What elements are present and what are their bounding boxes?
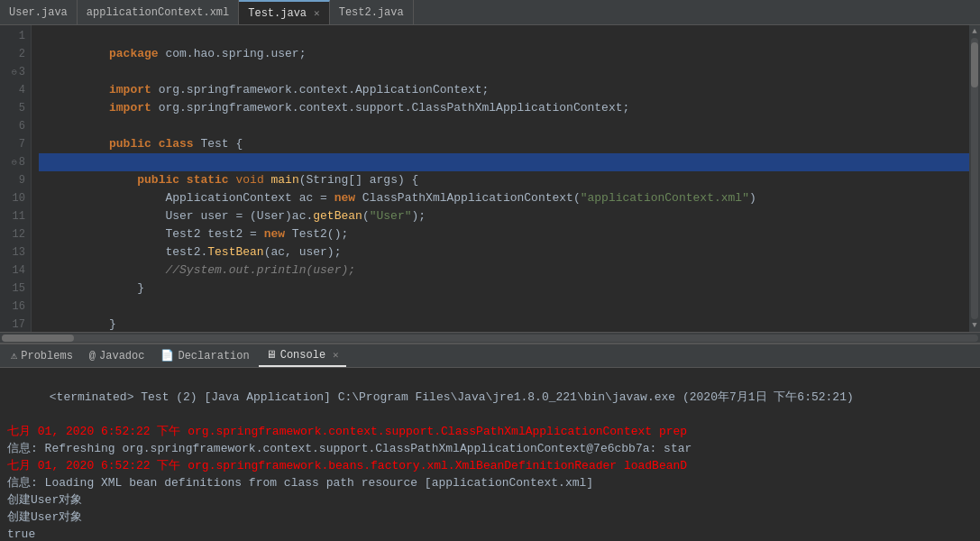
console-output: <terminated> Test (2) [Java Application]… [0,368,980,541]
line-numbers: 1 2 3 4 5 6 7 8 9 10 11 12 13 14 15 16 1… [0,25,32,332]
editor-scroll-container: 1 2 3 4 5 6 7 8 9 10 11 12 13 14 15 16 1… [0,25,980,332]
scroll-thumb[interactable] [971,42,978,87]
tab-test2-java[interactable]: Test2.java [330,0,414,24]
line-number: 7 [0,135,25,153]
code-line-8: public static void main(String[] args) { [39,153,969,171]
line-number: 1 [0,27,25,45]
line-number: 11 [0,207,25,225]
console-log-line-5: 创建User对象 [7,491,973,509]
line-number: 5 [0,99,25,117]
line-number: 17 [0,316,25,332]
panel-tab-label: Declaration [178,350,249,362]
code-line-16: } [39,298,969,316]
console-close-icon[interactable]: ✕ [333,349,339,361]
code-content[interactable]: package com.hao.spring.user; import org.… [32,25,969,332]
tab-label: User.java [9,6,68,19]
console-log-line-7: true [7,526,973,541]
editor-area: 1 2 3 4 5 6 7 8 9 10 11 12 13 14 15 16 1… [0,25,980,343]
tab-applicationcontext-xml[interactable]: applicationContext.xml [78,0,239,24]
tab-label: Test2.java [339,6,404,19]
line-number: 10 [0,189,25,207]
code-container: 1 2 3 4 5 6 7 8 9 10 11 12 13 14 15 16 1… [0,25,969,332]
line-number: 6 [0,117,25,135]
vertical-scrollbar[interactable]: ▲ ▼ [969,25,980,332]
tab-label: Test.java [248,7,307,20]
editor-tab-bar: User.java applicationContext.xml Test.ja… [0,0,980,25]
panel-tab-label: Console [280,349,325,362]
javadoc-icon: @ [89,350,96,362]
console-terminated-line: <terminated> Test (2) [Java Application]… [7,371,973,423]
tab-test-java[interactable]: Test.java ✕ [239,0,329,24]
console-log-line-2: 信息: Refreshing org.springframework.conte… [7,440,973,457]
console-icon: 🖥 [266,348,277,362]
panel-tab-declaration[interactable]: 📄 Declaration [153,344,256,367]
panel-tab-label: Javadoc [99,350,144,362]
horizontal-scrollbar[interactable] [0,332,980,343]
panel-tab-javadoc[interactable]: @ Javadoc [82,344,152,367]
code-line-17 [39,316,969,332]
scroll-track[interactable] [971,38,978,319]
h-scroll-track[interactable] [2,335,978,342]
tab-user-java[interactable]: User.java [0,0,78,24]
console-log-line-3: 七月 01, 2020 6:52:22 下午 org.springframewo… [7,457,973,474]
h-scroll-thumb[interactable] [2,335,74,342]
code-line-1: package com.hao.spring.user; [39,27,969,45]
scroll-up-arrow[interactable]: ▲ [970,27,979,36]
console-log-line-1: 七月 01, 2020 6:52:22 下午 org.springframewo… [7,423,973,440]
code-line-15 [39,280,969,298]
line-number: 13 [0,243,25,261]
console-log-line-4: 信息: Loading XML bean definitions from cl… [7,474,973,491]
line-number: 14 [0,261,25,280]
line-number-folded[interactable]: 3 [0,63,25,81]
panel-tab-bar: ⚠ Problems @ Javadoc 📄 Declaration 🖥 Con… [0,344,980,368]
panel-tab-console[interactable]: 🖥 Console ✕ [259,344,346,367]
bottom-panel: ⚠ Problems @ Javadoc 📄 Declaration 🖥 Con… [0,343,980,541]
code-line-3: import org.springframework.context.Appli… [39,63,969,81]
line-number: 16 [0,298,25,316]
scroll-down-arrow[interactable]: ▼ [970,321,979,330]
panel-tab-label: Problems [21,350,73,362]
line-number: 12 [0,225,25,243]
line-number: 4 [0,81,25,99]
line-number: 2 [0,45,25,63]
problems-icon: ⚠ [11,349,17,362]
line-number: 9 [0,171,25,189]
line-number-folded[interactable]: 8 [0,153,25,171]
code-line-6: public class Test { [39,117,969,135]
line-number: 15 [0,280,25,298]
panel-tab-problems[interactable]: ⚠ Problems [4,344,80,367]
tab-label: applicationContext.xml [87,6,229,19]
tab-close-icon[interactable]: ✕ [314,7,320,19]
console-log-line-6: 创建User对象 [7,509,973,526]
declaration-icon: 📄 [160,349,174,362]
